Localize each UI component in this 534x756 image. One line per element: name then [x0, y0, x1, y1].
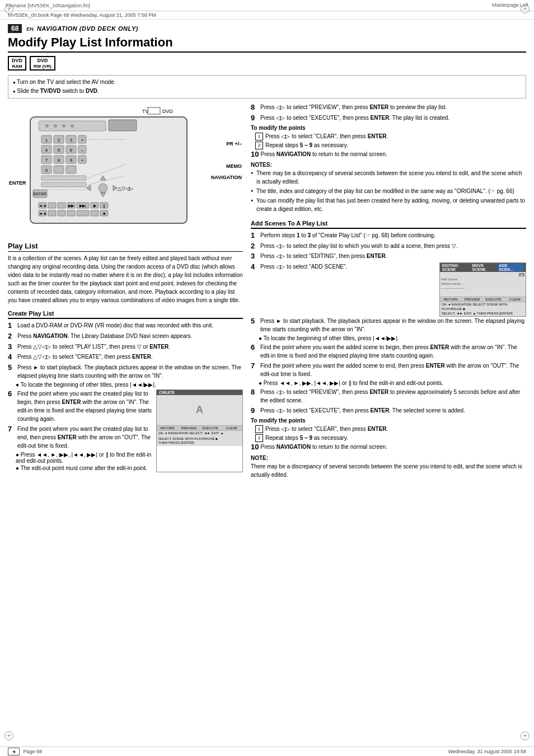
step-create-3: 3 Press △▽◁▷ to select "PLAY LIST", then… — [8, 342, 243, 351]
play-list-heading: Play List — [8, 242, 243, 252]
add-step-num-7: 7 — [251, 361, 259, 378]
note-1: The title, index and category of the pla… — [251, 187, 526, 195]
footer-page-ref: ◄ Page 68 — [8, 749, 42, 754]
add-step-num-3: 3 — [251, 252, 259, 261]
page-header: Filename [MV5SEK_10Navigation.fm] Master… — [0, 0, 534, 11]
play-list-body: It is a collection of the scenes. A play… — [8, 254, 243, 304]
add-scenes-heading: Add Scenes To A Play List — [251, 220, 526, 229]
add-step-7: 7 Find the point where you want the adde… — [251, 361, 526, 378]
step-create-1: 1 Load a DVD-RAM or DVD-RW (VR mode) dis… — [8, 321, 243, 330]
svg-point-49 — [99, 184, 107, 192]
add-step-5-bullet: ● To locate the beginning of other title… — [251, 335, 526, 341]
step-create-6: 6 Find the point where you want the crea… — [8, 389, 153, 423]
page-number: 68 — [8, 24, 22, 33]
step-num-5: 5 — [8, 363, 16, 380]
add-step-5: 5 Press ► to start playback. The playbac… — [251, 317, 526, 334]
add-step-6: 6 Find the point where you want the adde… — [251, 343, 526, 360]
add-step-num-2: 2 — [251, 242, 259, 251]
step-r-10: 10 Press NAVIGATION to return to the nor… — [251, 150, 526, 159]
step-content-3: Press △▽◁▷ to select "PLAY LIST", then p… — [17, 342, 243, 351]
note-0: There may be a discrepancy of several se… — [251, 169, 526, 186]
step-content-2: Press NAVIGATION. The Library Database D… — [17, 332, 243, 341]
dvd-badge-line1-0: DVD — [12, 58, 22, 64]
prereq-box: Turn on the TV and select the AV mode. S… — [8, 75, 526, 98]
right-column: 8 Press ◁▷ to select "PREVIEW", then pre… — [251, 103, 526, 481]
add-step-content-5: Press ► to start playback. The playback … — [260, 317, 526, 334]
svg-text:2: 2 — [58, 138, 60, 143]
svg-rect-36 — [54, 166, 64, 173]
sub-step-text-2: Repeat steps 5 – 9 as necessary. — [265, 141, 348, 149]
en-badge: EN — [26, 26, 34, 32]
add-step-content-4: Press ◁▷ to select "ADD SCENE". — [260, 262, 436, 271]
step-content-r10: Press NAVIGATION to return to the normal… — [260, 150, 526, 159]
add-step-content-6: Find the point where you want the added … — [260, 343, 526, 360]
add-step-4-wrapper: 4 Press ◁▷ to select "ADD SCENE". EDITIN… — [251, 262, 526, 317]
svg-point-8 — [71, 124, 74, 128]
sub-step2-m2: 2 Repeat steps 5 – 9 as necessary. — [255, 434, 526, 442]
page-footer: ◄ Page 68 Wednesday, 31 August 2005 19:5… — [0, 746, 534, 756]
step-num-r9: 9 — [251, 114, 259, 123]
play-list-section: Play List It is a collection of the scen… — [8, 242, 243, 304]
svg-text:△▽◁▷: △▽◁▷ — [118, 186, 133, 191]
step-6-text-col: 6 Find the point where you want the crea… — [8, 389, 153, 472]
page-main-title: Modify Play List Information — [8, 35, 526, 53]
dvd-badge-line1-1: DVD — [37, 58, 48, 64]
svg-text:0: 0 — [45, 168, 48, 173]
sub-step-num-1: 1 — [255, 133, 263, 140]
step-content-r8: Press ◁▷ to select "PREVIEW", then press… — [260, 103, 526, 112]
prereq-item-1: Slide the TV/DVD switch to DVD. — [13, 87, 521, 96]
step-create-5: 5 Press ► to start playback. The playbac… — [8, 363, 243, 380]
svg-text:■: ■ — [103, 212, 105, 215]
left-column: PR +/– MEMO NAVIGATION ENTER TV DVD — [8, 103, 243, 481]
sub-step2-num-2: 2 — [255, 434, 263, 442]
modify-points-heading2: To modify the points — [251, 417, 526, 424]
svg-point-5 — [45, 124, 49, 128]
svg-text:◄◄: ◄◄ — [39, 212, 46, 215]
add-step-2: 2 Press ◁▷ to select the play list to wh… — [251, 242, 526, 251]
sub-step-text-1: Press ◁▷ to select "CLEAR", then press E… — [265, 132, 388, 140]
svg-text:6: 6 — [70, 148, 73, 153]
modify-points-heading: To modify the points — [251, 125, 526, 131]
svg-rect-37 — [66, 166, 76, 173]
add-step-1: 1 Perform steps 1 to 3 of "Create Play L… — [251, 231, 526, 240]
note-2: You can modify the play list that has ju… — [251, 196, 526, 213]
step-content-r9: Press ◁▷ to select "EXECUTE", then press… — [260, 114, 526, 123]
label-memo: MEMO — [226, 163, 242, 169]
add-step-9: 9 Press ◁▷ to select "EXECUTE", then pre… — [251, 406, 526, 415]
svg-rect-9 — [109, 120, 137, 131]
add-step-num-10: 10 — [251, 443, 259, 452]
add-step-4: 4 Press ◁▷ to select "ADD SCENE". — [251, 262, 436, 271]
svg-rect-66 — [58, 210, 65, 216]
dvd-ram-badge: DVD RAM — [8, 56, 26, 71]
add-step-3: 3 Press ◁▷ to select "EDITING", then pre… — [251, 252, 526, 261]
dvd-badge-line2-0: RAM — [12, 64, 22, 69]
svg-rect-39 — [41, 176, 86, 180]
create-play-list-section: Create Play List 1 Load a DVD-RAM or DVD… — [8, 310, 243, 472]
corner-bottom-left — [4, 731, 13, 740]
step-content-7: Find the point where you want the create… — [17, 425, 153, 450]
add-step-content-7: Find the point where you want the added … — [260, 361, 526, 378]
label-pr: PR +/– — [226, 141, 242, 147]
device-image-wrapper: PR +/– MEMO NAVIGATION ENTER TV DVD — [8, 103, 243, 237]
svg-rect-67 — [67, 210, 75, 216]
scr-note-1: OK: ● NAVIGATION SELECT: ◄► EXIT: ▲ — [157, 431, 242, 436]
add-scene-screenshot: EDITING SCENEMOVE SCENEADD SCEN... ▲ Add… — [439, 262, 526, 317]
sub-step2-m1: 1 Press ◁▷ to select "CLEAR", then press… — [255, 425, 526, 433]
main-content: 68 EN NAVIGATION (DVD DECK ONLY) Modify … — [0, 20, 534, 486]
step-num-6: 6 — [8, 389, 16, 423]
dvd-badge-line2-1: RW (VR) — [34, 64, 51, 69]
add-step-8: 8 Press ◁▷ to select "PREVIEW", then pre… — [251, 388, 526, 405]
svg-rect-41 — [41, 182, 86, 187]
prereq-item-0: Turn on the TV and select the AV mode. — [13, 78, 521, 87]
footer-date: Wednesday, 31 August 2005 19:58 — [448, 749, 526, 754]
svg-text:◄◄: ◄◄ — [39, 204, 46, 208]
svg-text:9: 9 — [70, 158, 73, 163]
add-step-content-8: Press ◁▷ to select "PREVIEW", then press… — [260, 388, 526, 405]
svg-rect-54 — [58, 203, 65, 208]
add-step-content-2: Press ◁▷ to select the play list to whic… — [260, 242, 526, 251]
add-step-4-text: 4 Press ◁▷ to select "ADD SCENE". — [251, 262, 436, 317]
sub-step2-num-1: 1 — [255, 425, 263, 433]
svg-text:3: 3 — [70, 138, 73, 143]
svg-text:7: 7 — [45, 158, 48, 163]
step-num-7: 7 — [8, 425, 16, 450]
